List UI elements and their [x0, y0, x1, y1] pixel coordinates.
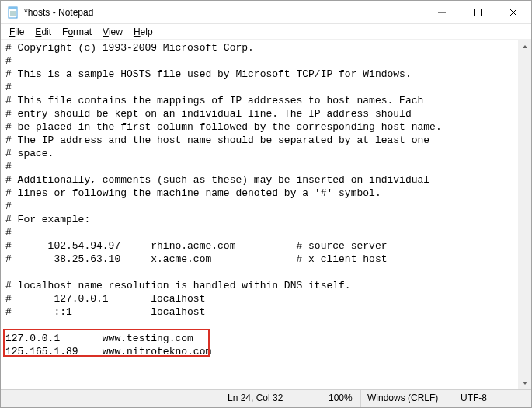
text-editor[interactable]: # Copyright (c) 1993-2009 Microsoft Corp…	[1, 40, 531, 389]
status-line-ending: Windows (CRLF)	[360, 390, 454, 407]
scroll-up-button[interactable]	[518, 40, 531, 53]
status-spacer	[1, 390, 221, 407]
window-title: *hosts - Notepad	[24, 7, 424, 18]
editor-wrap: # Copyright (c) 1993-2009 Microsoft Corp…	[1, 40, 531, 389]
notepad-icon	[7, 6, 19, 19]
close-button[interactable]	[495, 1, 531, 23]
window-controls	[424, 1, 531, 23]
maximize-button[interactable]	[460, 1, 495, 23]
menu-edit[interactable]: Edit	[30, 26, 57, 38]
svg-marker-9	[523, 45, 527, 48]
menu-help[interactable]: Help	[128, 26, 158, 38]
svg-rect-1	[9, 7, 17, 9]
scroll-track[interactable]	[518, 53, 531, 376]
scroll-down-button[interactable]	[518, 376, 531, 389]
svg-rect-6	[475, 9, 482, 16]
menu-file[interactable]: File	[4, 26, 30, 38]
title-bar: *hosts - Notepad	[1, 1, 531, 24]
svg-marker-10	[523, 382, 527, 385]
minimize-button[interactable]	[424, 1, 460, 23]
menu-view[interactable]: View	[97, 26, 128, 38]
vertical-scrollbar[interactable]	[518, 40, 531, 389]
status-zoom: 100%	[322, 390, 360, 407]
menu-format[interactable]: Format	[57, 26, 97, 38]
status-position: Ln 24, Col 32	[221, 390, 322, 407]
status-encoding: UTF-8	[454, 390, 531, 407]
status-bar: Ln 24, Col 32 100% Windows (CRLF) UTF-8	[1, 389, 531, 407]
menu-bar: File Edit Format View Help	[1, 24, 531, 40]
